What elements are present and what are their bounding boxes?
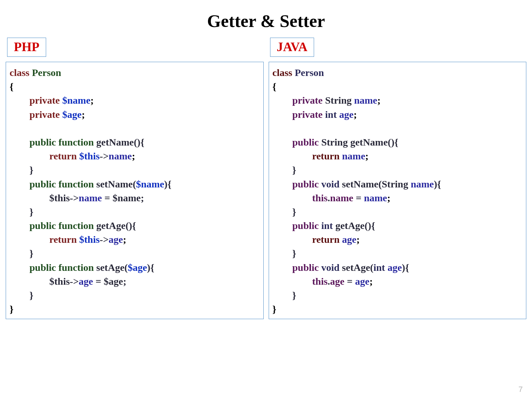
code-token: private bbox=[29, 95, 62, 106]
code-token: ; bbox=[82, 109, 85, 120]
code-token: this bbox=[312, 276, 328, 287]
code-token: $this bbox=[79, 234, 100, 245]
code-line: public function setName($name){ bbox=[10, 177, 260, 191]
right-column: JAVA class Person{ private String name; … bbox=[269, 38, 527, 319]
code-token bbox=[273, 109, 292, 120]
code-line: return $this->name; bbox=[10, 149, 260, 163]
slide-title: Getter & Setter bbox=[4, 11, 528, 31]
code-token: { bbox=[10, 81, 13, 92]
code-line: } bbox=[273, 302, 523, 316]
code-token: } bbox=[10, 304, 13, 315]
code-token: return bbox=[312, 151, 342, 162]
code-token: setName(String bbox=[342, 179, 411, 190]
code-token: name bbox=[364, 192, 387, 203]
code-token: public function bbox=[29, 137, 96, 148]
code-token: { bbox=[273, 81, 276, 92]
code-line: $this->name = $name; bbox=[10, 191, 260, 205]
code-token: name bbox=[330, 192, 353, 203]
code-token: String bbox=[325, 95, 354, 106]
code-token: ; bbox=[369, 276, 373, 287]
code-token: public function bbox=[29, 262, 96, 273]
code-token: = bbox=[345, 276, 355, 287]
java-label: JAVA bbox=[270, 38, 314, 57]
code-token: void bbox=[321, 262, 342, 273]
code-token: public bbox=[292, 220, 322, 231]
code-token bbox=[273, 220, 292, 231]
code-token: } bbox=[29, 206, 33, 217]
slide: Getter & Setter PHP class Person{ privat… bbox=[0, 0, 532, 399]
page-number: 7 bbox=[519, 385, 523, 394]
code-token: $name bbox=[136, 179, 164, 190]
code-token bbox=[10, 95, 29, 106]
code-token: } bbox=[292, 164, 296, 175]
code-line: public function getAge(){ bbox=[10, 219, 260, 233]
php-code-box: class Person{ private $name; private $ag… bbox=[6, 62, 264, 319]
code-token: ; bbox=[387, 192, 390, 203]
code-line: return name; bbox=[273, 149, 523, 163]
code-line: private int age; bbox=[273, 108, 523, 121]
code-token: name bbox=[79, 192, 102, 203]
code-token: ; bbox=[91, 95, 94, 106]
code-token: $this-> bbox=[49, 276, 79, 287]
code-token: name bbox=[342, 151, 365, 162]
code-line: } bbox=[10, 302, 260, 316]
code-token: -> bbox=[100, 234, 109, 245]
code-line: { bbox=[10, 80, 260, 93]
code-token: = bbox=[353, 192, 364, 203]
php-label: PHP bbox=[7, 38, 46, 57]
code-token: age bbox=[342, 234, 356, 245]
code-line: return age; bbox=[273, 233, 523, 246]
left-column: PHP class Person{ private $name; private… bbox=[6, 38, 264, 319]
code-token bbox=[10, 206, 29, 217]
code-token: ; bbox=[377, 95, 380, 106]
code-line bbox=[10, 121, 260, 135]
code-token bbox=[10, 179, 29, 190]
code-token: ){ bbox=[434, 179, 441, 190]
code-token: } bbox=[273, 304, 276, 315]
code-token: void bbox=[321, 179, 342, 190]
code-line: $this->age = $age; bbox=[10, 274, 260, 288]
code-line: public function setAge($age){ bbox=[10, 261, 260, 274]
code-line: } bbox=[273, 246, 523, 260]
code-token bbox=[273, 151, 312, 162]
code-token: ; bbox=[123, 234, 126, 245]
code-line: public void setAge(int age){ bbox=[273, 261, 523, 274]
code-token: int bbox=[373, 262, 388, 273]
code-line bbox=[273, 121, 523, 135]
code-token bbox=[273, 192, 312, 203]
code-token: name bbox=[354, 95, 377, 106]
code-token bbox=[10, 276, 49, 287]
code-token: age bbox=[109, 234, 123, 245]
code-token: $this-> bbox=[49, 192, 79, 203]
code-token: setName( bbox=[96, 179, 136, 190]
code-token: getAge(){ bbox=[335, 220, 375, 231]
code-line: class Person bbox=[10, 66, 260, 80]
code-token: ){ bbox=[147, 262, 154, 273]
code-token: } bbox=[292, 206, 296, 217]
code-line: public void setName(String name){ bbox=[273, 177, 523, 191]
code-token: $age; bbox=[104, 276, 126, 287]
code-line: private $age; bbox=[10, 108, 260, 121]
code-line: } bbox=[10, 288, 260, 302]
code-line: } bbox=[10, 205, 260, 219]
code-line: } bbox=[273, 205, 523, 219]
code-token: class bbox=[10, 67, 32, 78]
code-token bbox=[10, 109, 29, 120]
code-token: public function bbox=[29, 179, 96, 190]
code-token: return bbox=[312, 234, 342, 245]
code-token: } bbox=[292, 248, 296, 259]
code-line: public String getName(){ bbox=[273, 135, 523, 149]
code-token: } bbox=[29, 248, 33, 259]
code-token: $age bbox=[62, 109, 82, 120]
code-token: private bbox=[292, 109, 325, 120]
code-token bbox=[10, 220, 29, 231]
code-token: return bbox=[49, 151, 79, 162]
code-token bbox=[273, 206, 292, 217]
code-token bbox=[273, 290, 292, 301]
code-token bbox=[273, 234, 312, 245]
code-line: { bbox=[273, 80, 523, 93]
code-token bbox=[10, 192, 49, 203]
code-token bbox=[10, 248, 29, 259]
code-token bbox=[10, 137, 29, 148]
code-line: class Person bbox=[273, 66, 523, 80]
